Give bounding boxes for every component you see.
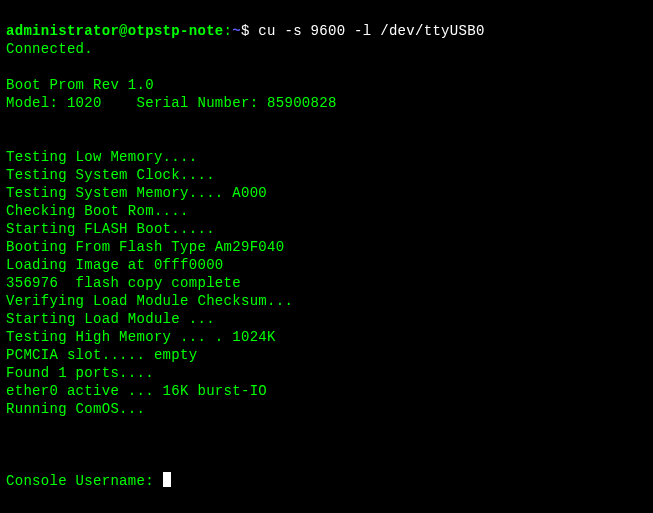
prompt-cwd: ~	[232, 23, 241, 39]
line-test-low-memory: Testing Low Memory....	[6, 149, 197, 165]
line-check-boot-rom: Checking Boot Rom....	[6, 203, 189, 219]
prompt-user-host: administrator@otpstp-note	[6, 23, 224, 39]
line-model-serial: Model: 1020 Serial Number: 85900828	[6, 95, 337, 111]
line-pcmcia-slot: PCMCIA slot..... empty	[6, 347, 197, 363]
line-verify-checksum: Verifying Load Module Checksum...	[6, 293, 293, 309]
prompt-sep: :	[224, 23, 233, 39]
line-connected: Connected.	[6, 41, 93, 57]
line-test-system-memory: Testing System Memory.... A000	[6, 185, 267, 201]
prompt-command: cu -s 9600 -l /dev/ttyUSB0	[258, 23, 484, 39]
console-username-prompt[interactable]: Console Username:	[6, 473, 171, 489]
line-ether0: ether0 active ... 16K burst-IO	[6, 383, 267, 399]
line-start-flash-boot: Starting FLASH Boot.....	[6, 221, 215, 237]
line-start-load-module: Starting Load Module ...	[6, 311, 215, 327]
line-flash-copy: 356976 flash copy complete	[6, 275, 241, 291]
shell-prompt-line: administrator@otpstp-note:~$ cu -s 9600 …	[6, 23, 485, 39]
console-username-label: Console Username:	[6, 473, 163, 489]
line-load-image: Loading Image at 0fff0000	[6, 257, 224, 273]
line-found-ports: Found 1 ports....	[6, 365, 154, 381]
terminal-window[interactable]: administrator@otpstp-note:~$ cu -s 9600 …	[0, 0, 653, 494]
line-test-high-memory: Testing High Memory ... . 1024K	[6, 329, 276, 345]
line-running-comos: Running ComOS...	[6, 401, 145, 417]
line-boot-flash-type: Booting From Flash Type Am29F040	[6, 239, 284, 255]
prompt-dollar: $	[241, 23, 250, 39]
line-boot-prom: Boot Prom Rev 1.0	[6, 77, 154, 93]
line-test-system-clock: Testing System Clock....	[6, 167, 215, 183]
cursor	[163, 472, 171, 487]
